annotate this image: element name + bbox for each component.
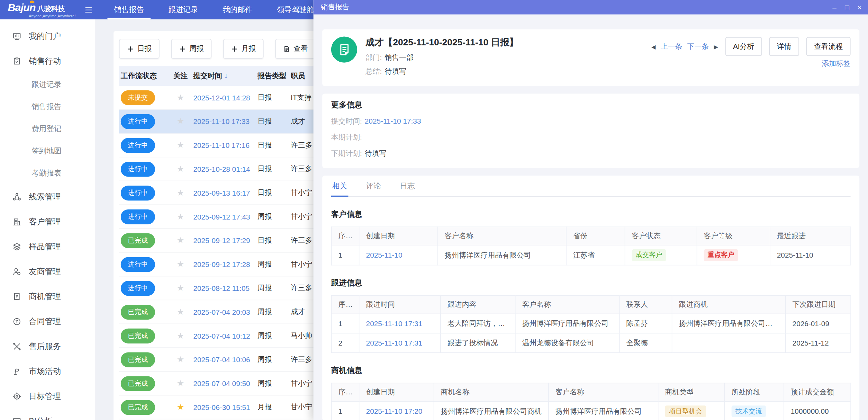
app-root: Bajun 八骏科技 Anyone,Anytime,Anywhere! 销售报告…	[0, 0, 868, 420]
submit-time-label: 提交时间:	[331, 117, 362, 125]
star-icon[interactable]: ★	[177, 212, 184, 221]
report-type-cell: 日报	[257, 140, 291, 150]
sidebar-item[interactable]: 我的门户	[0, 24, 95, 49]
view-flow-button[interactable]: 查看流程	[806, 37, 851, 56]
submit-time-link[interactable]: 2025-09-13 16:17	[193, 189, 250, 197]
star-icon[interactable]: ★	[177, 188, 184, 197]
sidebar-item-icon	[12, 292, 21, 301]
detail-tab[interactable]: 日志	[399, 176, 416, 196]
detail-button[interactable]: 详情	[769, 37, 799, 56]
toolbar-button[interactable]: 日报	[119, 39, 160, 59]
sidebar-item[interactable]: 客户管理	[0, 209, 95, 234]
top-nav-item[interactable]: 跟进记录	[156, 0, 210, 19]
sidebar-item[interactable]: 销售行动	[0, 49, 95, 74]
report-type-cell: 日报	[257, 164, 291, 174]
status-badge: 进行中	[121, 209, 155, 224]
sidebar-item[interactable]: 目标管理	[0, 384, 95, 409]
opportunity-create-date-link[interactable]: 2025-11-10 17:20	[366, 407, 423, 415]
submit-time-link[interactable]: 2025-09-12 17:43	[193, 213, 250, 221]
star-icon[interactable]: ★	[177, 235, 184, 245]
submit-time-link[interactable]: 2025-09-12 17:28	[193, 260, 250, 268]
star-icon[interactable]: ★	[177, 140, 184, 150]
toolbar-button[interactable]: 查看	[275, 39, 316, 59]
submit-time-link[interactable]: 2025-07-04 10:06	[193, 355, 250, 364]
toolbar-button[interactable]: 周报	[171, 39, 211, 59]
prev-link[interactable]: 上一条	[661, 42, 682, 52]
submit-time-link[interactable]: 2025-07-04 20:03	[193, 308, 250, 316]
opportunity-stage-tag[interactable]: 技术交流	[732, 405, 766, 417]
sidebar-item[interactable]: 费用登记	[0, 118, 95, 140]
status-badge: 进行中	[121, 257, 155, 272]
star-icon[interactable]: ★	[177, 164, 184, 173]
submit-time-link[interactable]: 2025-12-01 14:28	[193, 93, 250, 102]
sidebar-item[interactable]: 线索管理	[0, 185, 95, 209]
followup-time-link[interactable]: 2025-11-10 17:31	[366, 339, 423, 347]
sidebar-item-icon	[12, 217, 21, 226]
sidebar-item[interactable]: 售后服务	[0, 334, 95, 359]
more-info-card: 更多信息 提交时间:2025-11-10 17:33 本期计划: 下期计划:待填…	[322, 93, 859, 168]
customer-create-date-link[interactable]: 2025-11-10	[366, 251, 403, 259]
star-icon[interactable]: ★	[177, 331, 184, 340]
submit-time-link[interactable]: 2025-07-04 09:50	[193, 379, 250, 387]
top-nav-item[interactable]: 我的邮件	[210, 0, 265, 19]
submit-time-link[interactable]: 2025-10-28 01:14	[193, 165, 250, 173]
submit-time-link[interactable]: 2025-08-12 11:05	[193, 284, 250, 292]
status-badge: 已完成	[121, 328, 155, 343]
next-arrow-icon[interactable]: ▶	[714, 44, 718, 50]
report-type-cell: 周报	[257, 331, 291, 341]
sort-descending-icon[interactable]: ↓	[224, 71, 228, 80]
detail-tab[interactable]: 评论	[365, 176, 382, 196]
followup-time-link[interactable]: 2025-11-10 17:31	[366, 319, 423, 328]
star-icon[interactable]: ★	[177, 259, 184, 269]
sidebar-item-icon	[12, 32, 21, 41]
top-nav-item[interactable]: 销售报告	[102, 0, 156, 19]
submit-time-link[interactable]: 2025-07-04 10:12	[193, 332, 250, 340]
sidebar-item[interactable]: BI分析	[0, 409, 95, 420]
star-icon[interactable]: ★	[177, 283, 184, 293]
sidebar-item-icon	[12, 317, 21, 326]
prev-arrow-icon[interactable]: ◀	[651, 44, 655, 50]
detail-tabs: 相关 评论 日志	[331, 176, 851, 197]
star-icon[interactable]: ★	[177, 378, 184, 388]
toolbar-button[interactable]: 月报	[223, 39, 264, 59]
detail-tab[interactable]: 相关	[331, 176, 349, 196]
submit-time-link[interactable]: 2025-09-12 17:29	[193, 236, 250, 244]
sidebar-item[interactable]: 市场活动	[0, 359, 95, 384]
sidebar-item-label: 市场活动	[29, 366, 61, 377]
sidebar-item[interactable]: 跟进记录	[0, 74, 95, 96]
sidebar-item[interactable]: 合同管理	[0, 309, 95, 334]
followup-section-title: 跟进信息	[331, 278, 851, 288]
next-link[interactable]: 下一条	[687, 42, 709, 52]
star-icon[interactable]: ★	[177, 92, 184, 102]
star-icon[interactable]: ★	[177, 307, 184, 316]
sidebar-item[interactable]: 友商管理	[0, 259, 95, 284]
sidebar-item[interactable]: 样品管理	[0, 234, 95, 259]
submit-time-link[interactable]: 2025-11-10 17:16	[193, 141, 250, 149]
maximize-icon[interactable]: □	[845, 3, 849, 11]
submit-time-link[interactable]: 2025-11-10 17:33	[193, 117, 250, 125]
report-title-card: 成才【2025-11-10-2025-11-10 日报】 部门:销售一部 总结:…	[322, 29, 859, 86]
sidebar-item[interactable]: 商机管理	[0, 284, 95, 309]
logo-brand: Bajun	[8, 2, 35, 12]
column-workflow-status[interactable]: 工作流状态	[119, 71, 168, 81]
customer-grade-tag: 重点客户	[704, 249, 738, 261]
star-icon[interactable]: ★	[177, 355, 184, 364]
add-tag-link[interactable]: 添加标签	[822, 59, 850, 69]
star-icon[interactable]: ★	[177, 116, 184, 126]
column-submit-time[interactable]: 提交时间↓	[193, 71, 257, 81]
sidebar-item[interactable]: 签到地图	[0, 140, 95, 162]
close-icon[interactable]: ×	[857, 3, 861, 11]
dept-label: 部门:	[365, 53, 382, 62]
column-report-type[interactable]: 报告类型	[257, 71, 291, 81]
sidebar-item-label: 售后服务	[29, 341, 61, 352]
column-follow[interactable]: 关注	[168, 71, 193, 81]
sidebar-item[interactable]: 考勤报表	[0, 162, 95, 185]
submit-time-link[interactable]: 2025-06-30 15:51	[193, 403, 250, 411]
minimize-icon[interactable]: –	[832, 3, 837, 11]
ai-analysis-button[interactable]: AI分析	[725, 37, 762, 56]
star-icon[interactable]: ★	[177, 402, 184, 412]
submit-time-value[interactable]: 2025-11-10 17:33	[365, 117, 421, 125]
customer-status-tag: 成交客户	[632, 249, 666, 261]
sidebar-item[interactable]: 销售报告	[0, 96, 95, 118]
hamburger-menu-icon[interactable]	[82, 5, 95, 14]
